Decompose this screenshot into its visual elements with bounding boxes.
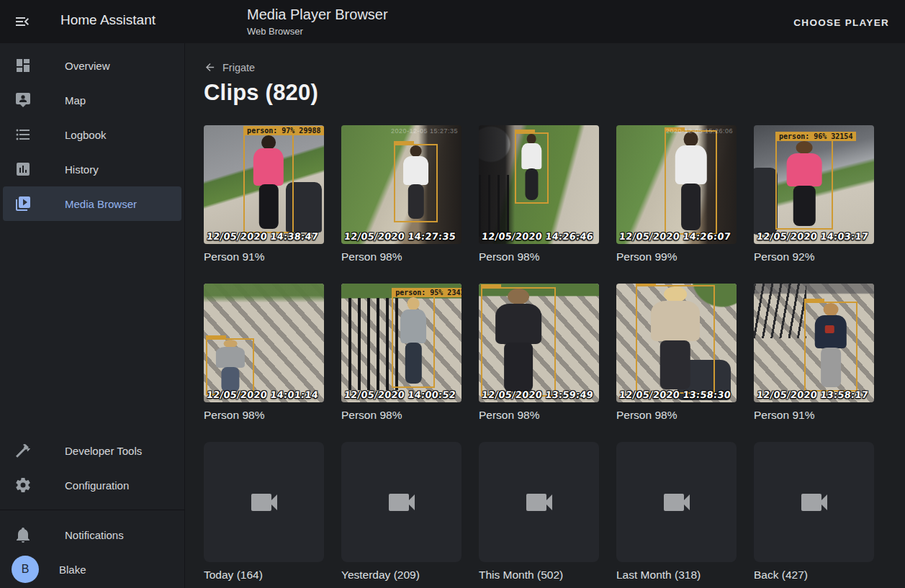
detection-label [804,299,824,303]
person-figure [787,153,822,186]
timestamp-overlay: 12/05/2020 13:58:30 [618,389,731,400]
list-bulleted-icon [14,126,32,143]
person-figure [823,303,838,316]
video-camera-icon [384,485,419,520]
sidebar-divider [0,510,184,510]
folder-label: This Month (502) [479,569,599,582]
video-camera-icon [659,485,694,520]
clip-thumbnail: 12/05/2020 13:58:30 [616,284,737,402]
folder-thumbnail [616,442,737,562]
clip-thumbnail: 12/05/2020 14:01:14 [204,284,324,402]
person-figure [796,141,813,154]
timestamp-overlay: 12/05/2020 13:58:17 [756,389,868,400]
clips-grid: person: 97% 29988 12/05/2020 14:38:47 Pe… [204,125,905,582]
clip-thumbnail: person: 95% 23432 12/05/2020 14:00:52 [341,284,461,402]
dashboard-icon [14,57,32,74]
folder-label: Today (164) [204,569,324,582]
page-header: Media Player Browser Web Browser [247,6,388,37]
folder-label: Last Month (318) [616,569,737,582]
person-figure [675,145,706,184]
sidebar-item-label: Map [65,94,86,107]
person-figure [400,309,426,343]
app-title: Home Assistant [60,12,156,28]
detection-label [515,130,535,134]
chart-box-icon [14,160,32,178]
person-figure [495,304,541,344]
clip-card[interactable]: person: 96% 32154 12/05/2020 14:03:17 Pe… [754,125,874,263]
clip-card[interactable]: 12/05/2020 13:58:17 Person 91% [754,284,874,422]
clip-card[interactable]: 12/05/2020 13:59:49 Person 98% [479,284,599,422]
folder-card-back[interactable]: Back (427) [754,442,874,582]
detection-label [394,141,414,145]
dialog-title: Media Player Browser [247,6,388,23]
play-box-multiple-icon [14,195,32,212]
timestamp-overlay: 12/05/2020 14:00:52 [343,389,456,400]
folder-card-last-month[interactable]: Last Month (318) [616,442,737,582]
detection-label [206,335,226,340]
clip-card[interactable]: 12/05/2020 13:58:30 Person 98% [616,284,737,422]
sidebar-item-label: Configuration [65,479,129,492]
person-figure [221,367,239,392]
clip-card[interactable]: person: 95% 23432 12/05/2020 14:00:52 Pe… [341,284,461,422]
person-figure [216,347,245,368]
person-figure [527,134,536,144]
person-figure [664,286,687,302]
clip-card[interactable]: person: 97% 29988 12/05/2020 14:38:47 Pe… [204,125,324,263]
folder-thumbnail [341,442,461,562]
menu-open-icon [13,13,32,30]
clip-card[interactable]: 2020-12-05 15:26:06 12/05/2020 14:26:07 … [616,125,737,263]
user-name: Blake [59,564,86,576]
sidebar-toggle-button[interactable] [13,13,32,30]
choose-player-button[interactable]: CHOOSE PLAYER [788,13,895,32]
timestamp-overlay: 12/05/2020 14:27:35 [343,231,456,242]
sidebar-item-label: Developer Tools [65,445,142,457]
railing-shape [754,284,806,338]
detection-box [804,302,857,392]
detection-box [394,144,437,222]
sidebar-item-developer-tools[interactable]: Developer Tools [3,433,181,468]
user-avatar: B [12,556,39,583]
detection-box: person: 97% 29988 [243,134,294,234]
detection-label: person: 95% 23432 [392,288,461,297]
folder-thumbnail [479,442,599,562]
timestamp-overlay: 12/05/2020 14:38:47 [206,231,318,242]
breadcrumb-label: Frigate [222,62,255,73]
person-figure [253,148,284,185]
detection-label: person: 97% 29988 [243,126,324,135]
sidebar-item-map[interactable]: Map [3,83,181,117]
folder-card-today[interactable]: Today (164) [204,442,324,582]
sidebar-item-profile[interactable]: B Blake [3,552,181,587]
clip-card[interactable]: 12/05/2020 14:01:14 Person 98% [204,284,324,422]
person-figure [681,184,701,230]
sidebar-item-media-browser[interactable]: Media Browser [3,186,181,221]
clip-caption: Person 98% [341,250,461,263]
folder-card-this-month[interactable]: This Month (502) [479,442,599,582]
timestamp-overlay: 12/05/2020 14:26:46 [481,231,593,242]
clip-caption: Person 91% [204,250,324,263]
clip-thumbnail: 2020-12-05 15:26:06 12/05/2020 14:26:07 [616,125,737,244]
sidebar-item-logbook[interactable]: Logbook [3,117,181,152]
sidebar-item-configuration[interactable]: Configuration [3,468,181,502]
clip-thumbnail: 12/05/2020 14:26:46 [479,125,599,244]
clip-caption: Person 91% [754,409,874,422]
detection-box: person: 95% 23432 [392,296,435,389]
detection-label [481,284,501,289]
person-figure [408,184,423,219]
clip-caption: Person 98% [204,409,324,422]
video-camera-icon [247,485,282,520]
person-figure [793,186,815,226]
sidebar-item-label: Media Browser [65,198,137,210]
person-figure [660,340,690,389]
breadcrumb-back[interactable]: Frigate [204,61,255,73]
clip-card[interactable]: 2020-12-05 15:27:35 12/05/2020 14:27:35 … [341,125,461,263]
clip-card[interactable]: 12/05/2020 14:26:46 Person 98% [479,125,599,263]
person-figure [508,289,529,304]
dialog-subtitle: Web Browser [247,26,388,37]
sidebar-item-overview[interactable]: Overview [3,48,181,83]
timestamp-overlay: 12/05/2020 13:59:49 [481,389,593,400]
folder-card-yesterday[interactable]: Yesterday (209) [341,442,461,582]
clip-caption: Person 99% [616,250,737,263]
video-camera-icon [797,485,832,520]
sidebar-item-history[interactable]: History [3,152,181,186]
sidebar-item-notifications[interactable]: Notifications [3,517,181,552]
